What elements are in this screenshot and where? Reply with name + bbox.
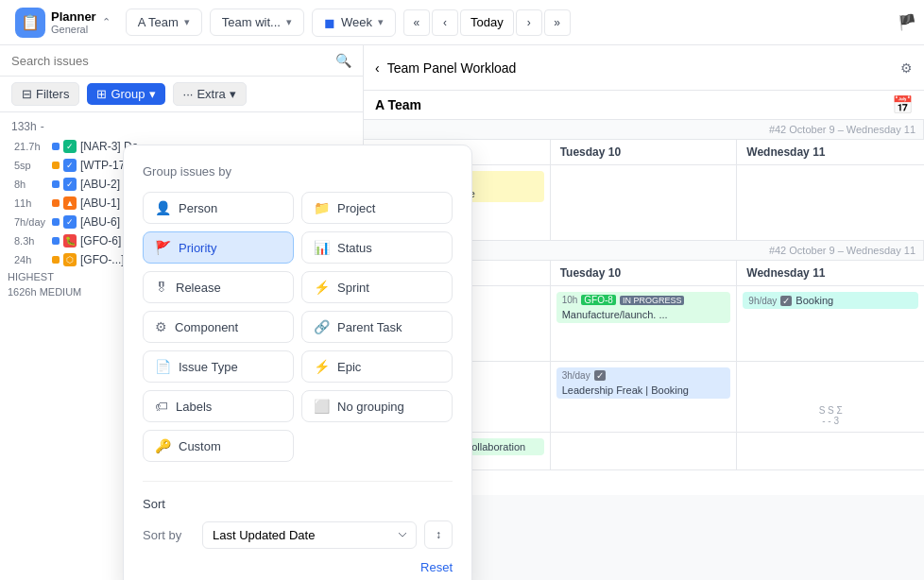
day-header-wed11-2: Wednesday 11 [737, 261, 924, 285]
panel-title: Team Panel Workload [387, 60, 517, 76]
group-option-labels[interactable]: 🏷 Labels [143, 390, 294, 422]
priority-dot [52, 199, 60, 207]
group-arrow-icon: ▾ [149, 87, 156, 101]
group-option-component[interactable]: ⚙ Component [143, 311, 294, 343]
cal-cell-tue10-row1 [551, 165, 738, 240]
release-icon: 🎖 [155, 280, 168, 295]
app-logo[interactable]: 📋 Planner General ⌃ [8, 4, 118, 42]
logo-chevron-icon: ⌃ [102, 16, 111, 28]
week-label-1: #42 October 9 – Wednesday 11 [364, 120, 924, 139]
calendar-add-icon[interactable]: 📅 [892, 94, 913, 115]
app-title: Planner [51, 9, 96, 24]
search-icon: 🔍 [335, 53, 351, 68]
team-dropdown[interactable]: A Team ▾ [126, 9, 202, 36]
dots-icon: ··· [183, 87, 194, 101]
settings-icon[interactable]: ⚙ [900, 60, 913, 76]
group-option-custom[interactable]: 🔑 Custom [143, 430, 294, 462]
team-dropdown-arrow-icon: ▾ [184, 16, 190, 28]
right-header-left: ‹ Team Panel Workload [375, 60, 516, 76]
toolbar: ⊟ Filters ⊞ Group ▾ ··· Extra ▾ [0, 77, 363, 112]
filter-button[interactable]: ⊟ Filters [11, 82, 79, 106]
group-button[interactable]: ⊞ Group ▾ [87, 83, 164, 105]
search-input[interactable] [11, 54, 328, 68]
group-popup: Group issues by 👤 Person 📁 Project 🚩 Pri… [123, 145, 472, 580]
extra-arrow-icon: ▾ [230, 87, 236, 101]
labels-icon: 🏷 [155, 399, 168, 414]
event-title: Manufacture/launch. ... [562, 309, 726, 320]
group-option-parent-task[interactable]: 🔗 Parent Task [301, 311, 453, 343]
extra-button[interactable]: ··· Extra ▾ [173, 82, 247, 106]
in-progress-badge: IN PROGRESS [620, 296, 685, 305]
epic-icon: ⚡ [314, 359, 330, 374]
issue-type-opt-icon: 📄 [155, 359, 171, 374]
group-option-status[interactable]: 📊 Status [301, 231, 453, 264]
reset-row: Reset [143, 560, 453, 574]
calendar-event[interactable]: 3h/day ✓ Leadership Freak | Booking [556, 367, 731, 399]
issue-type-icon: ✓ [63, 159, 77, 172]
calendar-event[interactable]: 10h GFO-8 IN PROGRESS Manufacture/launch… [556, 292, 731, 323]
sort-direction-button[interactable]: ↕ [424, 520, 453, 549]
day-header-wed11: Wednesday 11 [737, 140, 924, 164]
cal-cell-wed11-row2: 9h/day ✓ Booking [737, 286, 924, 361]
cal-cell-row3-col3: S S Σ- - 3 [737, 362, 924, 432]
popup-title: Group issues by [143, 164, 453, 179]
popup-grid: 👤 Person 📁 Project 🚩 Priority 📊 Status [143, 192, 453, 462]
calendar-navigation: « ‹ Today › » [403, 9, 571, 36]
sort-by-select[interactable]: Last Updated Date Created Date Priority … [202, 521, 417, 549]
issue-type-icon: ⬡ [63, 253, 77, 266]
nav-next-btn[interactable]: › [516, 9, 542, 36]
group-option-release[interactable]: 🎖 Release [143, 271, 294, 303]
priority-dot [52, 218, 60, 226]
nav-prev-btn[interactable]: ‹ [432, 9, 458, 36]
priority-dot [52, 162, 60, 169]
search-bar: 🔍 [0, 45, 363, 77]
group-option-person[interactable]: 👤 Person [143, 192, 294, 224]
sort-row: Sort by Last Updated Date Created Date P… [143, 520, 453, 549]
calendar-event[interactable]: 9h/day ✓ Booking [743, 292, 918, 309]
today-button[interactable]: Today [460, 9, 514, 36]
app-subtitle: General [51, 24, 96, 35]
event-icon-check2: ✓ [594, 370, 606, 381]
reset-button[interactable]: Reset [420, 560, 453, 574]
group-option-issue-type[interactable]: 📄 Issue Type [143, 350, 294, 383]
issue-type-icon: ✓ [63, 178, 77, 191]
nav-first-btn[interactable]: « [403, 9, 430, 36]
issue-type-icon: ✓ [63, 140, 77, 153]
priority-dot [52, 256, 60, 264]
event-icon-check: ✓ [780, 296, 792, 306]
app-logo-text: Planner General [51, 9, 96, 35]
group-option-no-grouping[interactable]: ⬜ No grouping [301, 390, 453, 422]
event-title: Booking [796, 295, 833, 306]
sprint-icon: ⚡ [314, 280, 330, 295]
cal-cell-tue10-row2: 10h GFO-8 IN PROGRESS Manufacture/launch… [551, 286, 738, 361]
day-header-tue10: Tuesday 10 [551, 140, 738, 164]
cal-cell-row3-col2: 3h/day ✓ Leadership Freak | Booking [551, 362, 738, 432]
status-icon: 📊 [314, 240, 330, 255]
group-option-epic[interactable]: ⚡ Epic [301, 350, 453, 383]
week-dropdown-arrow-icon: ▾ [378, 16, 384, 28]
project-icon: 📁 [314, 200, 330, 215]
nav-last-btn[interactable]: » [544, 9, 571, 36]
chevron-left-icon[interactable]: ‹ [375, 60, 380, 76]
right-panel-header: ‹ Team Panel Workload ⚙ [364, 45, 924, 91]
group-option-priority[interactable]: 🚩 Priority [143, 231, 294, 264]
custom-icon: 🔑 [155, 438, 171, 453]
group-option-sprint[interactable]: ⚡ Sprint [301, 271, 453, 303]
layers-icon: ⊞ [96, 87, 107, 101]
event-tag: GFO-8 [581, 295, 616, 305]
day-header-tue10-2: Tuesday 10 [551, 261, 738, 285]
view-dropdown-arrow-icon: ▾ [286, 16, 292, 28]
cal-cell-wed11-row1 [737, 165, 924, 240]
cal-cell-bottom-col3 [737, 433, 924, 469]
sort-by-label: Sort by [143, 528, 195, 542]
week-dropdown[interactable]: ◼ Week ▾ [312, 9, 396, 37]
cal-cell-bottom-col2 [551, 433, 738, 469]
issue-group-header: 133h - [0, 116, 363, 137]
person-icon: 👤 [155, 200, 171, 215]
week-icon: ◼ [324, 15, 335, 30]
issue-type-icon: ▲ [63, 196, 77, 210]
team-label: A Team [375, 97, 421, 112]
view-dropdown[interactable]: Team wit... ▾ [210, 9, 304, 36]
group-option-project[interactable]: 📁 Project [301, 192, 453, 224]
app-logo-icon: 📋 [15, 8, 45, 38]
